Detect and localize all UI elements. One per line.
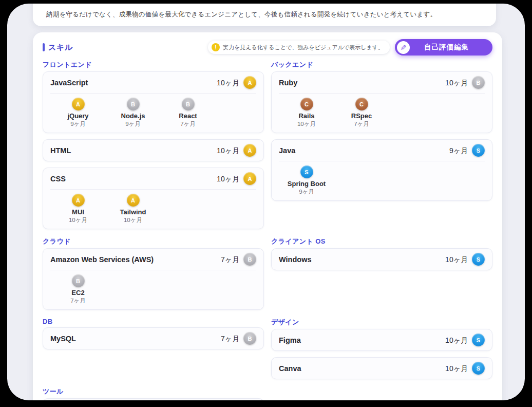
sub-skill-duration: 7ヶ月	[70, 297, 86, 304]
skill-name: Java	[279, 145, 295, 156]
sub-skill-duration: 9ヶ月	[299, 188, 314, 195]
skill-card: MySQL 7ヶ月 B	[43, 327, 264, 349]
section-label: デザイン	[271, 318, 492, 327]
profile-note-card: 納期を守るだけでなく、成果物の価値を最大化できるエンジニアとして、今後も信頼され…	[33, 4, 496, 26]
grade-badge: B	[472, 76, 485, 89]
grade-badge: B	[243, 253, 256, 266]
skill-name: Windows	[279, 254, 312, 265]
skill-right: 9ヶ月 S	[449, 144, 485, 157]
sub-skill: A MUI 10ヶ月	[53, 194, 103, 224]
skill-head: MySQL 7ヶ月 B	[50, 332, 256, 345]
skill-card: HTML 10ヶ月 A	[43, 139, 264, 161]
skill-head: Canva 10ヶ月 S	[279, 362, 485, 375]
skill-head: HTML 10ヶ月 A	[50, 144, 256, 157]
section-tools: ツール Chatwork 9ヶ月 Eclipse 9ヶ月	[43, 387, 264, 400]
skill-name: Ruby	[279, 78, 297, 88]
grade-badge: B	[243, 332, 256, 345]
exclamation-icon: !	[212, 43, 220, 51]
sub-skill-row: A MUI 10ヶ月 A Tailwind 10ヶ月	[50, 189, 256, 225]
pencil-icon: ✎	[397, 41, 410, 54]
section-label: ツール	[43, 387, 264, 396]
skill-head: JavaScript 10ヶ月 A	[50, 76, 256, 89]
grade-badge: A	[243, 76, 256, 89]
sub-skill-name: Node.js	[121, 112, 145, 120]
section-label: バックエンド	[271, 60, 492, 69]
grade-badge: S	[472, 334, 485, 346]
section-db: DB MySQL 7ヶ月 B	[43, 318, 264, 349]
skill-duration: 10ヶ月	[445, 254, 468, 265]
notice-text: 実力を見える化することで、強みをビジュアルで表示します。	[223, 44, 384, 51]
section-design: デザイン Figma 10ヶ月 S Canva 10ヶ月	[271, 318, 492, 379]
skill-duration: 10ヶ月	[445, 335, 468, 345]
grade-badge: B	[127, 98, 140, 110]
sub-skill-duration: 10ヶ月	[297, 120, 316, 127]
sub-skill-duration: 9ヶ月	[70, 120, 86, 127]
grade-badge: S	[300, 165, 313, 178]
sub-skill: B EC2 7ヶ月	[53, 274, 103, 304]
skill-name: HTML	[50, 145, 71, 156]
sub-skill: A jQuery 9ヶ月	[53, 98, 103, 127]
sub-skill-duration: 10ヶ月	[124, 216, 142, 224]
skill-right: 10ヶ月 S	[445, 253, 485, 266]
section-label: DB	[43, 318, 264, 325]
profile-note-text: 納期を守るだけでなく、成果物の価値を最大化できるエンジニアとして、今後も信頼され…	[46, 10, 436, 19]
sub-skill-duration: 10ヶ月	[69, 216, 87, 224]
header-right-group: ! 実力を見える化することで、強みをビジュアルで表示します。 ✎ 自己評価編集	[208, 39, 492, 55]
skill-card: JavaScript 10ヶ月 A A jQuery 9ヶ月	[43, 71, 264, 133]
skill-card: Windows 10ヶ月 S	[271, 248, 492, 270]
skill-right: 7ヶ月 B	[221, 332, 256, 345]
section-label: クラウド	[43, 237, 264, 246]
skill-name: JavaScript	[50, 78, 88, 88]
skill-name: MySQL	[50, 334, 76, 344]
grade-badge: S	[472, 253, 485, 266]
skills-panel-header: スキル ! 実力を見える化することで、強みをビジュアルで表示します。 ✎ 自己評…	[43, 39, 492, 55]
sub-skill-row: C Rails 10ヶ月 C RSpec 7ヶ月	[279, 93, 485, 128]
grade-badge: A	[243, 172, 256, 185]
skill-duration: 10ヶ月	[217, 78, 239, 88]
skill-head: Java 9ヶ月 S	[279, 144, 485, 157]
section-frontend: フロントエンド JavaScript 10ヶ月 A A jQuery 9ヶ	[43, 60, 264, 229]
skill-head: Windows 10ヶ月 S	[279, 253, 485, 266]
skill-head: Figma 10ヶ月 S	[279, 334, 485, 346]
skills-panel: スキル ! 実力を見える化することで、強みをビジュアルで表示します。 ✎ 自己評…	[33, 32, 502, 400]
sub-skill-duration: 9ヶ月	[125, 120, 141, 127]
skill-right: 10ヶ月 B	[445, 76, 485, 89]
sub-skill-name: MUI	[72, 208, 84, 216]
grade-badge: B	[72, 274, 85, 287]
section-client-os: クライアント OS Windows 10ヶ月 S	[271, 237, 492, 270]
skill-head: Ruby 10ヶ月 B	[279, 76, 485, 89]
sub-skill-name: Tailwind	[120, 208, 146, 216]
sub-skill: A Tailwind 10ヶ月	[108, 194, 158, 224]
skill-duration: 9ヶ月	[449, 145, 468, 156]
sub-skill-row: B EC2 7ヶ月	[50, 270, 256, 305]
sub-skill-duration: 7ヶ月	[354, 120, 369, 127]
skill-head: Amazon Web Services (AWS) 7ヶ月 B	[50, 253, 256, 266]
skill-duration: 10ヶ月	[445, 363, 468, 374]
grade-badge: A	[243, 144, 256, 157]
notice-pill: ! 実力を見える化することで、強みをビジュアルで表示します。	[208, 41, 390, 54]
grade-badge: S	[472, 362, 485, 375]
page-title: スキル	[48, 43, 73, 52]
skill-duration: 7ヶ月	[221, 334, 239, 344]
grade-badge: A	[72, 194, 85, 207]
skills-grid: フロントエンド JavaScript 10ヶ月 A A jQuery 9ヶ	[43, 60, 492, 400]
skill-card: Chatwork 9ヶ月	[43, 398, 264, 400]
sub-skill-name: Spring Boot	[288, 179, 326, 188]
skill-right: 10ヶ月 A	[217, 144, 256, 157]
skill-head: CSS 10ヶ月 A	[50, 172, 256, 185]
grade-badge: A	[72, 98, 85, 110]
section-cloud: クラウド Amazon Web Services (AWS) 7ヶ月 B B E…	[43, 237, 264, 310]
skill-card: Java 9ヶ月 S S Spring Boot 9ヶ月	[271, 139, 492, 201]
self-evaluation-edit-button[interactable]: ✎ 自己評価編集	[395, 39, 492, 55]
sub-skill: S Spring Boot 9ヶ月	[282, 165, 331, 195]
edit-button-label: 自己評価編集	[410, 43, 490, 52]
grade-badge: C	[355, 98, 368, 110]
sub-skill-name: EC2	[71, 288, 84, 297]
grade-badge: A	[127, 194, 140, 207]
skill-duration: 7ヶ月	[221, 254, 239, 265]
skill-card: CSS 10ヶ月 A A MUI 10ヶ月 A	[43, 168, 264, 229]
skill-name: Figma	[279, 335, 301, 345]
app-screen: 納期を守るだけでなく、成果物の価値を最大化できるエンジニアとして、今後も信頼され…	[7, 4, 525, 400]
sub-skill-row: S Spring Boot 9ヶ月	[279, 161, 485, 196]
grade-badge: C	[300, 98, 313, 110]
